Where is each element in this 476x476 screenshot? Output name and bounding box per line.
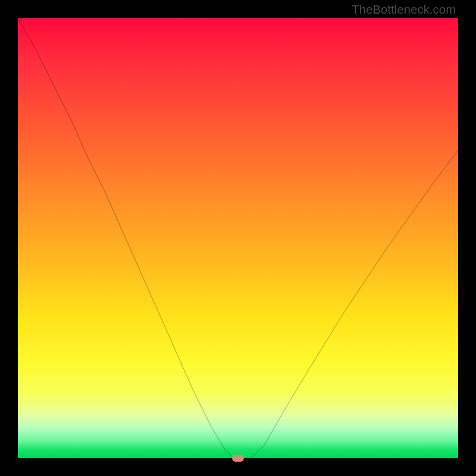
minimum-marker-icon	[232, 455, 244, 462]
chart-frame: TheBottleneck.com	[0, 0, 476, 476]
plot-area	[18, 18, 458, 458]
bottleneck-curve	[18, 18, 458, 458]
watermark-label: TheBottleneck.com	[352, 4, 456, 15]
